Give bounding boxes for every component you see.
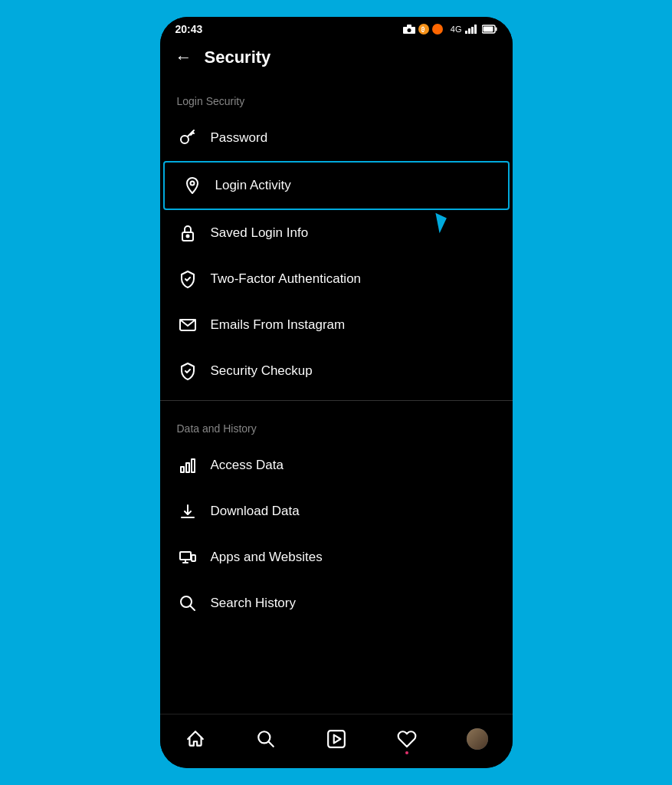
- svg-rect-11: [495, 28, 497, 31]
- heart-icon: [397, 729, 417, 749]
- section-divider: [160, 400, 513, 401]
- status-icons: ₿ 4G: [403, 24, 497, 34]
- menu-item-login-activity[interactable]: Login Activity: [163, 161, 510, 210]
- two-factor-label: Two-Factor Authentication: [211, 271, 362, 287]
- search-history-label: Search History: [211, 596, 296, 611]
- menu-item-search-history[interactable]: Search History: [160, 580, 513, 626]
- svg-line-33: [268, 742, 273, 747]
- signal-text: 4G: [451, 25, 462, 34]
- content-area: Login Security Password Login A: [160, 80, 513, 714]
- circle-icon: [432, 24, 443, 34]
- page-header: ← Security: [160, 38, 513, 80]
- svg-rect-12: [483, 27, 493, 32]
- signal-bars-icon: [465, 25, 479, 34]
- menu-item-password[interactable]: Password: [160, 115, 513, 161]
- menu-item-access-data[interactable]: Access Data: [160, 442, 513, 488]
- svg-line-16: [191, 133, 192, 135]
- svg-point-19: [186, 235, 188, 238]
- nav-search[interactable]: [249, 722, 283, 756]
- nav-home[interactable]: [179, 722, 212, 756]
- search-nav-icon: [256, 729, 276, 749]
- svg-rect-6: [465, 31, 467, 34]
- activity-dot: [405, 751, 408, 754]
- page-title: Security: [205, 48, 271, 67]
- home-icon: [185, 729, 205, 749]
- svg-point-1: [407, 28, 411, 32]
- lock-keyhole-icon: [177, 222, 198, 244]
- security-checkup-label: Security Checkup: [211, 363, 313, 379]
- shield-tick-icon: [177, 360, 198, 382]
- menu-item-emails[interactable]: Emails From Instagram: [160, 302, 513, 348]
- svg-line-31: [190, 606, 195, 611]
- svg-rect-21: [181, 467, 184, 472]
- menu-item-two-factor[interactable]: Two-Factor Authentication: [160, 256, 513, 302]
- emails-label: Emails From Instagram: [211, 317, 346, 333]
- menu-item-apps-websites[interactable]: Apps and Websites: [160, 534, 513, 580]
- back-button[interactable]: ←: [175, 48, 192, 67]
- svg-point-17: [190, 182, 194, 186]
- svg-marker-35: [333, 735, 340, 744]
- nav-profile[interactable]: [461, 722, 494, 756]
- status-bar: 20:43 ₿ 4G: [160, 17, 513, 38]
- section-login-security-header: Login Security: [160, 80, 513, 115]
- bar-chart-icon: [177, 455, 198, 476]
- battery-icon: [482, 25, 497, 34]
- svg-rect-26: [180, 552, 191, 560]
- svg-rect-9: [474, 25, 477, 34]
- nav-activity[interactable]: [390, 722, 424, 756]
- svg-rect-8: [471, 27, 474, 34]
- reels-icon: [326, 729, 346, 749]
- avatar: [467, 728, 488, 750]
- bitcoin-icon: ₿: [418, 24, 429, 34]
- search-icon: [177, 593, 198, 614]
- svg-rect-34: [328, 731, 345, 747]
- download-data-label: Download Data: [211, 504, 300, 519]
- access-data-label: Access Data: [211, 458, 284, 473]
- monitor-mobile-icon: [177, 547, 198, 568]
- status-time: 20:43: [175, 23, 203, 35]
- apps-websites-label: Apps and Websites: [211, 550, 323, 565]
- nav-reels[interactable]: [320, 722, 353, 756]
- mail-icon: [177, 314, 198, 336]
- menu-item-security-checkup[interactable]: Security Checkup: [160, 348, 513, 394]
- photo-icon: [403, 25, 415, 34]
- avatar-image: [467, 728, 488, 750]
- svg-point-5: [432, 24, 443, 34]
- shield-check-icon: [177, 268, 198, 290]
- svg-rect-27: [192, 555, 195, 561]
- location-pin-icon: [182, 175, 203, 196]
- password-label: Password: [211, 130, 268, 146]
- svg-rect-2: [407, 25, 411, 28]
- menu-item-download-data[interactable]: Download Data: [160, 488, 513, 534]
- menu-item-saved-login[interactable]: Saved Login Info: [160, 210, 513, 256]
- phone-frame: 20:43 ₿ 4G: [160, 17, 513, 768]
- saved-login-label: Saved Login Info: [211, 225, 309, 241]
- svg-rect-7: [468, 28, 470, 34]
- download-icon: [177, 501, 198, 522]
- login-activity-label: Login Activity: [215, 178, 291, 193]
- bottom-navigation: [160, 714, 513, 768]
- svg-rect-23: [192, 459, 195, 472]
- key-icon: [177, 127, 198, 149]
- svg-rect-22: [186, 463, 189, 472]
- section-data-history-header: Data and History: [160, 407, 513, 442]
